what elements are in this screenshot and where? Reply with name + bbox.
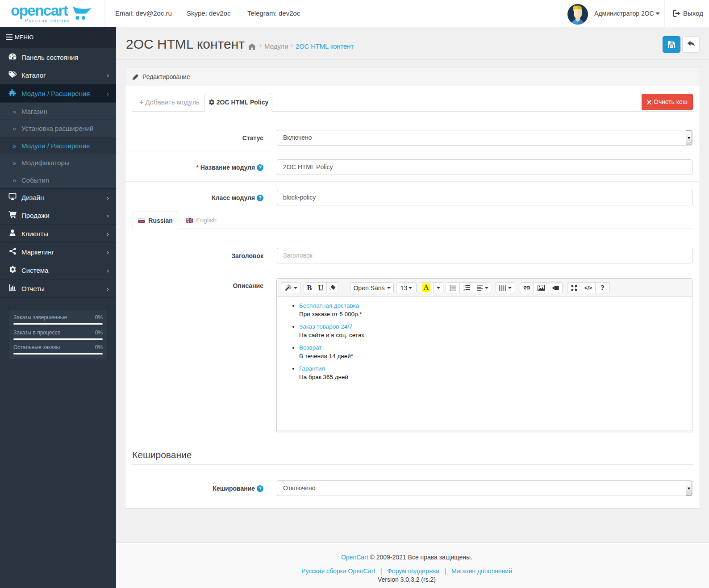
svg-text:1: 1 xyxy=(463,285,465,288)
svg-text:2: 2 xyxy=(463,288,465,291)
